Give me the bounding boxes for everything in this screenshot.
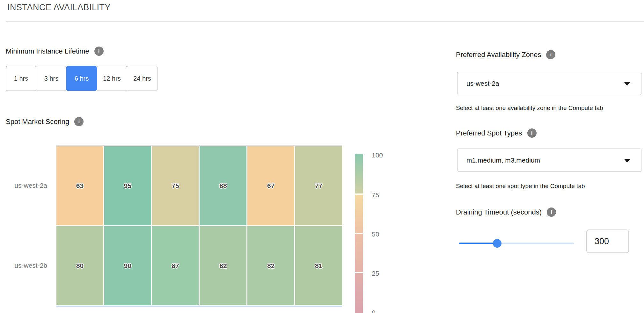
- colorbar-segment: [355, 154, 363, 193]
- slider-thumb[interactable]: [493, 239, 501, 248]
- page-title: INSTANCE AVAILABILITY: [7, 3, 111, 12]
- heatmap-cell: 82: [247, 226, 294, 305]
- chevron-down-icon: [624, 82, 630, 86]
- lifetime-button-group: 1 hrs3 hrs6 hrs12 hrs24 hrs: [6, 66, 157, 91]
- colorbar-segment: [355, 273, 363, 313]
- heatmap-cell: 67: [247, 146, 294, 225]
- heatmap-cell: 81: [295, 226, 342, 305]
- heatmap-cell: 75: [152, 146, 199, 225]
- info-icon[interactable]: i: [546, 50, 555, 59]
- colorbar-segment: [355, 234, 363, 272]
- info-icon[interactable]: i: [94, 47, 104, 56]
- info-icon[interactable]: i: [527, 128, 537, 138]
- colorbar-segment: [355, 195, 363, 233]
- heatmap-cell: 87: [152, 226, 199, 305]
- preferred-availability-zones-label: Preferred Availability Zones: [456, 51, 541, 59]
- heatmap-row-label: us-west-2b: [0, 262, 47, 269]
- heatmap-cell: 63: [56, 146, 103, 225]
- header-divider: [6, 21, 644, 22]
- spot-market-scoring-label: Spot Market Scoring: [6, 118, 69, 126]
- lifetime-option-12-hrs[interactable]: 12 hrs: [97, 66, 127, 91]
- lifetime-option-6-hrs[interactable]: 6 hrs: [66, 66, 97, 91]
- lifetime-option-24-hrs[interactable]: 24 hrs: [127, 66, 157, 91]
- heatmap-grid: 639575886777809087828281: [56, 146, 342, 305]
- colorbar-tick: 75: [372, 191, 379, 199]
- heatmap-colorbar: [355, 154, 363, 313]
- spot-types-helper: Select at least one spot type in the Com…: [456, 183, 585, 190]
- draining-timeout-input[interactable]: [586, 229, 629, 253]
- lifetime-option-3-hrs[interactable]: 3 hrs: [36, 66, 67, 91]
- colorbar-tick: 100: [372, 151, 383, 159]
- availability-zones-helper: Select at least one availability zone in…: [456, 105, 603, 112]
- heatmap-cell: 88: [200, 146, 246, 225]
- heatmap-cell: 82: [200, 226, 246, 305]
- instance-availability-panel: INSTANCE AVAILABILITY Minimum Instance L…: [0, 0, 644, 313]
- heatmap-cell: 77: [295, 146, 342, 225]
- draining-timeout-slider[interactable]: [459, 238, 574, 248]
- heatmap-cell: 95: [104, 146, 151, 225]
- spot-types-value: m1.medium, m3.medium: [466, 156, 540, 164]
- draining-timeout-label: Draining Timeout (seconds): [456, 208, 542, 216]
- spot-types-dropdown[interactable]: m1.medium, m3.medium: [457, 149, 641, 172]
- availability-zones-dropdown[interactable]: us-west-2a: [457, 72, 641, 95]
- lifetime-option-1-hrs[interactable]: 1 hrs: [6, 66, 36, 91]
- info-icon[interactable]: i: [74, 117, 84, 126]
- minimum-instance-lifetime-label: Minimum Instance Lifetime: [6, 47, 89, 55]
- colorbar-tick: 25: [372, 269, 379, 278]
- availability-zones-value: us-west-2a: [466, 80, 499, 87]
- preferred-spot-types-label: Preferred Spot Types: [456, 129, 522, 137]
- heatmap-cell: 90: [104, 226, 151, 305]
- colorbar-tick: 50: [372, 230, 379, 238]
- colorbar-tick: 0: [372, 309, 376, 313]
- chevron-down-icon: [624, 159, 630, 163]
- heatmap-cell: 80: [56, 226, 103, 305]
- heatmap-row-label: us-west-2a: [0, 182, 47, 189]
- slider-fill: [459, 243, 497, 244]
- heatmap-bottom-axis: [56, 306, 342, 307]
- info-icon[interactable]: i: [547, 207, 556, 217]
